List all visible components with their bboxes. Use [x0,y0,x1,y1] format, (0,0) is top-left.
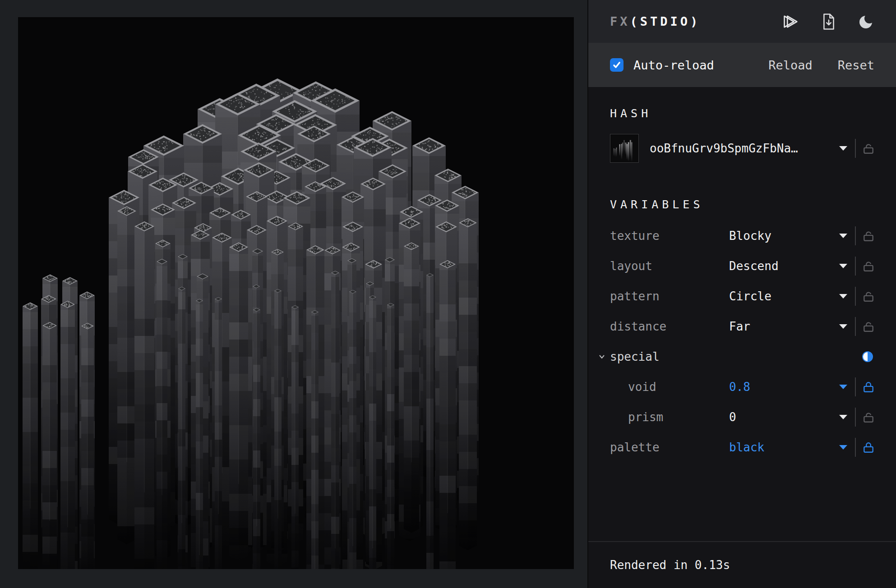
reload-toolbar: Auto-reload Reload Reset [588,43,896,87]
divider [855,408,856,427]
panel-header: FX(STDIO) [588,0,896,43]
unlock-icon[interactable] [863,260,874,272]
dropdown-caret[interactable] [839,415,847,419]
variable-row-palette: palette black [610,432,874,462]
app-title-rest: (STDIO) [630,14,701,28]
panel-footer: Rendered in 0.13s [588,541,896,588]
divider [855,377,856,396]
dropdown-caret[interactable] [839,294,847,299]
unlock-icon[interactable] [863,320,874,333]
variable-value[interactable]: Descend [729,259,839,273]
variable-value[interactable]: Far [729,320,839,333]
dropdown-caret[interactable] [839,234,847,238]
divider [855,257,856,276]
variable-value[interactable]: 0 [729,410,839,424]
auto-reload-label: Auto-reload [633,58,714,72]
generative-art [18,17,574,569]
variable-value[interactable]: Blocky [729,229,839,243]
variable-label: prism [628,410,729,424]
chevron-down-icon[interactable] [598,354,605,359]
variables-heading: VARIABLES [610,198,874,211]
hash-value: ooBfnuGrv9bSpmGzFbNa… [650,142,839,155]
variable-label: palette [610,441,729,454]
variable-row-texture: texture Blocky [610,220,874,251]
divider [855,317,856,336]
dropdown-caret[interactable] [839,324,847,329]
unlock-icon[interactable] [863,290,874,303]
hash-thumbnail [610,134,639,163]
control-panel: FX(STDIO) [587,0,896,588]
dropdown-caret[interactable] [839,385,847,389]
divider [855,438,856,457]
reset-button[interactable]: Reset [838,58,874,72]
reload-button[interactable]: Reload [768,58,813,72]
auto-reload-checkbox[interactable] [610,58,624,72]
panel-body: HASH ooBfnuGrv9bSpmGzFbNa… VARIABLES tex… [588,87,896,541]
lock-icon[interactable] [863,441,874,454]
divider [855,139,856,158]
app-title: FX(STDIO) [610,14,700,28]
hash-row: ooBfnuGrv9bSpmGzFbNa… [610,134,874,163]
hash-unlock-icon[interactable] [863,142,874,155]
variable-label: pattern [610,289,729,303]
variable-row-prism: prism 0 [610,402,874,432]
header-icons [782,13,874,31]
variables-rows: texture Blocky layout Descend [610,220,874,462]
variable-label: layout [610,259,729,273]
variable-value[interactable]: Circle [729,289,839,303]
theme-moon-icon[interactable] [858,14,874,30]
check-icon [612,60,622,70]
variable-row-pattern: pattern Circle [610,281,874,311]
lock-icon[interactable] [863,381,874,393]
variable-row-void: void 0.8 [610,372,874,402]
export-icon[interactable] [821,13,836,31]
variable-value[interactable]: 0.8 [729,380,839,394]
hash-dropdown-caret[interactable] [839,146,847,151]
fx-studio-app: FX(STDIO) [0,0,896,588]
variable-row-layout: layout Descend [610,251,874,281]
render-status: Rendered in 0.13s [610,558,730,572]
variable-label: texture [610,229,729,243]
dropdown-caret[interactable] [839,264,847,268]
unlock-icon[interactable] [863,411,874,423]
divider [855,226,856,245]
variable-group-special: special [610,341,874,372]
artwork-canvas [18,17,574,569]
artwork-stage [0,0,587,588]
run-icon[interactable] [782,13,799,31]
contrast-icon[interactable] [861,350,874,363]
unlock-icon[interactable] [863,230,874,242]
variable-label: void [628,380,729,394]
app-title-fx: FX [610,14,630,28]
divider [855,287,856,306]
variable-value[interactable]: black [729,441,839,454]
hash-heading: HASH [610,107,874,120]
variable-row-distance: distance Far [610,311,874,341]
group-label[interactable]: special [610,350,660,363]
dropdown-caret[interactable] [839,445,847,450]
variable-label: distance [610,320,729,333]
